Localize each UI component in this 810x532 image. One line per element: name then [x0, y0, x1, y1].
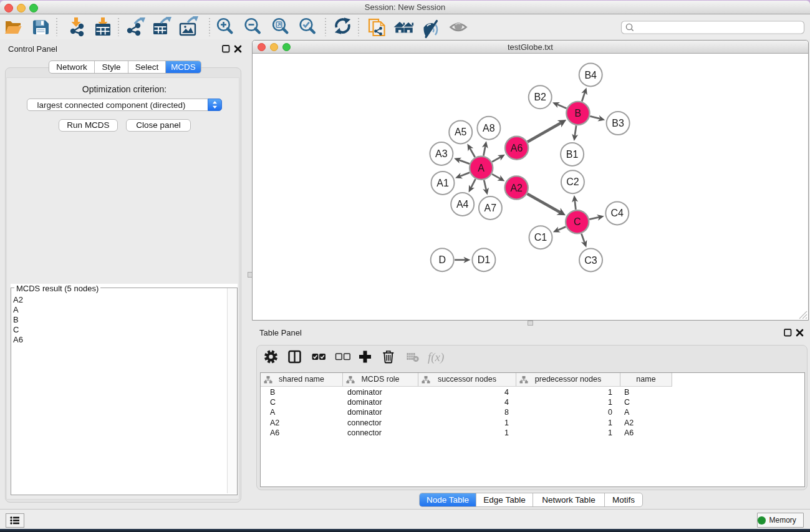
svg-text:C1: C1 [534, 232, 547, 243]
svg-text:A1: A1 [436, 178, 449, 188]
svg-text:C: C [574, 216, 581, 227]
svg-text:A4: A4 [456, 199, 469, 210]
svg-text:B2: B2 [534, 92, 546, 102]
svg-text:A7: A7 [485, 203, 497, 213]
svg-text:C4: C4 [611, 208, 624, 218]
svg-text:A6: A6 [511, 143, 523, 153]
svg-text:B3: B3 [612, 118, 624, 128]
svg-text:f(x): f(x) [428, 351, 444, 364]
svg-text:A2: A2 [510, 183, 523, 193]
svg-text:C3: C3 [584, 255, 597, 266]
svg-text:C2: C2 [566, 177, 579, 187]
svg-text:A: A [478, 163, 485, 173]
svg-text:D1: D1 [478, 254, 491, 265]
svg-text:A3: A3 [435, 148, 448, 159]
svg-text:B1: B1 [566, 149, 579, 160]
svg-text:D: D [438, 254, 446, 265]
svg-text:A5: A5 [455, 127, 467, 137]
svg-text:B: B [575, 108, 582, 118]
svg-text:A8: A8 [483, 123, 495, 133]
svg-text:B4: B4 [584, 70, 597, 80]
